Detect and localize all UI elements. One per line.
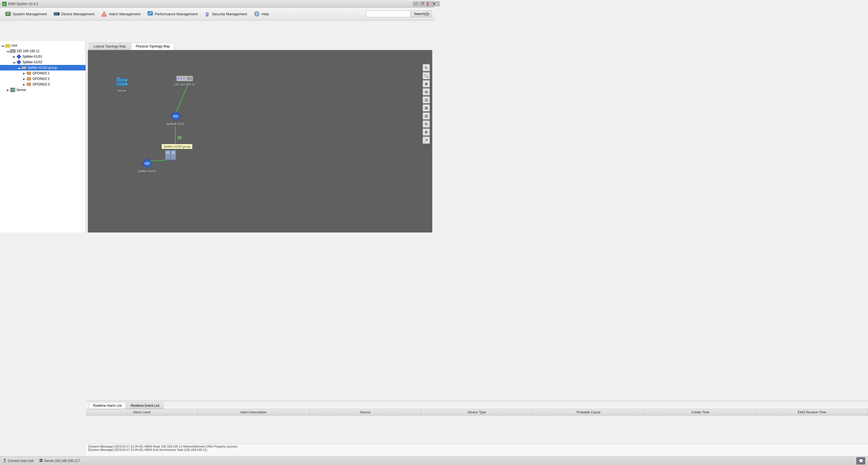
tree-item-s0101[interactable]: ▶ Splitter-01/01 (0, 54, 86, 59)
svg-rect-27 (28, 72, 30, 74)
search-topology-button[interactable]: 🔍 (423, 72, 430, 79)
tree-s0102g-label: Splitter-01/02-group (28, 66, 57, 70)
splitter-0101-node[interactable]: Splitter-01/01 (138, 158, 156, 173)
toggle-s0102g[interactable]: ▬ (17, 66, 21, 69)
svg-text:E: E (4, 3, 5, 5)
dropdown-btn[interactable]: ▼ (429, 1, 434, 6)
tree-item-server[interactable]: ▶ Server (0, 87, 86, 93)
toggle-server[interactable]: ▶ (6, 89, 10, 92)
svg-point-14 (207, 13, 208, 14)
svg-rect-20 (10, 50, 15, 52)
server-node-label: Server (118, 89, 126, 92)
svg-rect-60 (145, 163, 149, 164)
group-node-icon (21, 65, 27, 70)
toggle-s0102[interactable]: ▬ (12, 61, 16, 64)
toggle-root[interactable]: ▬ (1, 44, 5, 47)
svg-rect-3 (6, 13, 10, 13)
select-all-button[interactable]: ⊞ (423, 104, 430, 111)
svg-text:?: ? (256, 12, 258, 16)
splitter-0102-label: Splitter-01/02 (166, 122, 185, 126)
menu-performance-management[interactable]: Performance Management (145, 10, 200, 18)
toggle-gpon23[interactable]: ▶ (22, 83, 26, 86)
svg-rect-25 (24, 67, 26, 69)
svg-rect-24 (22, 67, 24, 69)
performance-icon (147, 11, 153, 17)
sidebar-tree: ▬ root ▬ 192.168.100.11 ▶ Splitter-01/01… (0, 41, 86, 232)
tree-item-s0102[interactable]: ▬ Splitter-01/02 (0, 59, 86, 65)
zoom-out-button[interactable]: ⊖ (423, 88, 430, 95)
toggle-gpon22[interactable]: ▶ (22, 77, 26, 80)
svg-rect-18 (5, 44, 7, 45)
splitter-0102-node[interactable]: Splitter-01/02 (166, 111, 185, 126)
server-tree-icon (10, 88, 16, 92)
app-icon: E (2, 2, 7, 6)
search-button[interactable]: Search(Q) (411, 10, 432, 17)
menu-device-label: Device Management (61, 12, 94, 16)
minimize-button[interactable]: — (413, 1, 418, 6)
tree-item-root[interactable]: ▬ root (0, 43, 86, 48)
tree-item-gpon21[interactable]: ▶ GPON0/2:1 (0, 70, 86, 76)
tree-item-s0102g[interactable]: ▬ Splitter-01/02-group (0, 65, 86, 70)
svg-marker-21 (17, 55, 21, 59)
system-icon (5, 11, 11, 17)
server-node[interactable]: Server (116, 77, 128, 92)
tree-item-gpon23[interactable]: ▶ GPON0/2:3 (0, 81, 86, 87)
svg-rect-49 (187, 77, 192, 80)
svg-rect-6 (55, 13, 55, 15)
device-node-icon (10, 49, 16, 53)
zoom-region-button[interactable]: ⊕ (423, 80, 430, 88)
splitter-icon-2 (16, 60, 22, 64)
settings-button[interactable]: ⚙ (423, 129, 430, 136)
toggle-ip1[interactable]: ▬ (6, 49, 10, 53)
menu-device-management[interactable]: Device Management (51, 10, 97, 18)
export-button[interactable]: ↗ (423, 136, 430, 144)
svg-point-34 (14, 89, 15, 89)
menu-security-management[interactable]: Security Management (201, 10, 250, 18)
tree-gpon22-label: GPON0/2:2 (32, 77, 50, 81)
svg-rect-41 (117, 77, 120, 78)
svg-rect-13 (206, 15, 208, 16)
topology-connections (88, 50, 432, 232)
layout-button[interactable]: ⊟ (423, 112, 430, 120)
device-icon (54, 11, 60, 17)
toggle-gpon21[interactable]: ▶ (22, 72, 26, 75)
tab-physical-topology[interactable]: Physical Topology Map (131, 43, 175, 50)
root-folder-icon (5, 43, 10, 48)
tree-item-gpon22[interactable]: ▶ GPON0/2:2 (0, 76, 86, 81)
tree-s0101-label: Splitter-01/01 (23, 55, 42, 59)
menu-security-label: Security Management (212, 12, 247, 16)
menu-alarm-management[interactable]: ! Alarm Management (98, 10, 143, 18)
splitter-0102-icon (170, 111, 181, 122)
router-node[interactable]: 192.168.100.11 (174, 75, 195, 86)
title-left: E EMS System V2.4.2 (2, 2, 38, 6)
zoom-fit-button[interactable]: ⊡ (423, 96, 430, 103)
tree-s0102-label: Splitter-01/02 (23, 60, 42, 64)
cursor-tool-button[interactable]: ↖ (423, 64, 430, 71)
tree-item-ip1[interactable]: ▬ 192.168.100.11 (0, 48, 86, 54)
tab-logical-topology[interactable]: Logical Topology Map (89, 43, 130, 50)
restore-button[interactable]: ❐ (420, 1, 425, 6)
svg-point-35 (14, 91, 15, 92)
svg-marker-22 (17, 60, 21, 64)
group-node[interactable]: Splitter-01/02-group (164, 150, 177, 161)
refresh-button[interactable]: ↻ (423, 121, 430, 128)
group-node-icon (164, 150, 177, 161)
svg-rect-57 (172, 151, 175, 154)
topology-canvas: (3) Server (88, 50, 432, 232)
svg-point-46 (178, 78, 179, 79)
app-title: EMS System V2.4.2 (8, 2, 38, 6)
help-icon: ? (254, 11, 260, 17)
toggle-s0101[interactable]: ▶ (12, 55, 16, 58)
topology-tab-bar: Logical Topology Map Physical Topology M… (86, 41, 434, 50)
menu-help[interactable]: ? Help (251, 10, 272, 18)
tree-gpon21-label: GPON0/2:1 (32, 71, 50, 75)
menu-bar: System Management Device Management ! Al… (0, 8, 434, 21)
search-input[interactable] (366, 10, 410, 17)
menu-system-management[interactable]: System Management (2, 10, 50, 18)
svg-line-36 (176, 83, 189, 113)
gpon-icon-1 (26, 71, 32, 75)
title-bar: E EMS System V2.4.2 ▼ — ❐ ✕ (0, 0, 434, 8)
svg-point-47 (181, 78, 182, 79)
router-node-label: 192.168.100.11 (174, 83, 195, 86)
svg-point-43 (126, 84, 127, 85)
